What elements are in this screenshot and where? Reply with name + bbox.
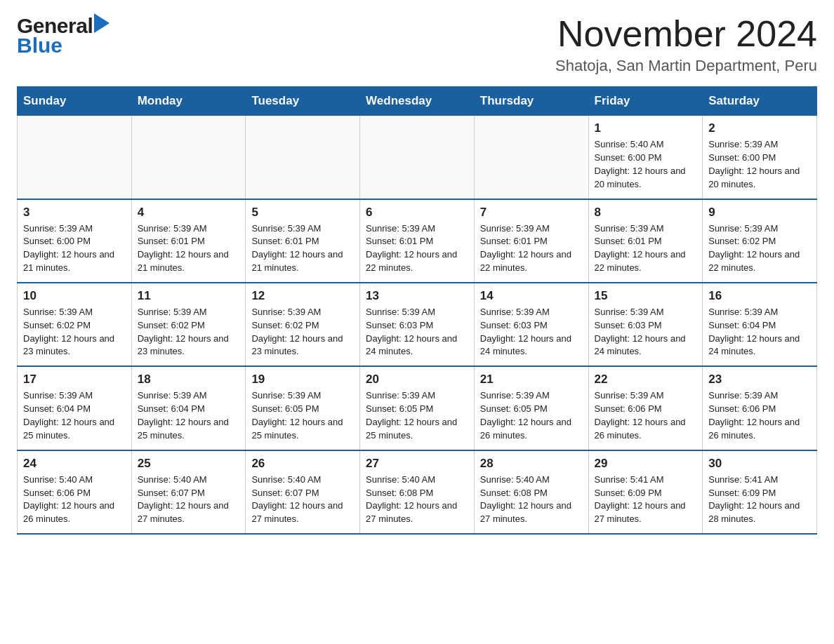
- calendar-week-row: 1Sunrise: 5:40 AMSunset: 6:00 PMDaylight…: [18, 116, 817, 199]
- day-number: 27: [366, 457, 468, 471]
- logo: General Blue: [17, 14, 110, 56]
- day-sun-info: Sunrise: 5:39 AMSunset: 6:05 PMDaylight:…: [251, 389, 354, 442]
- calendar-cell: 17Sunrise: 5:39 AMSunset: 6:04 PMDayligh…: [18, 366, 132, 450]
- day-sun-info: Sunrise: 5:39 AMSunset: 6:04 PMDaylight:…: [23, 389, 126, 442]
- month-title: November 2024: [555, 14, 817, 54]
- day-sun-info: Sunrise: 5:39 AMSunset: 6:05 PMDaylight:…: [480, 389, 583, 442]
- day-number: 22: [595, 373, 697, 387]
- day-number: 28: [480, 457, 583, 471]
- calendar-cell: 20Sunrise: 5:39 AMSunset: 6:05 PMDayligh…: [360, 366, 475, 450]
- calendar-cell: 14Sunrise: 5:39 AMSunset: 6:03 PMDayligh…: [474, 283, 588, 366]
- day-number: 25: [138, 457, 240, 471]
- location-subtitle: Shatoja, San Martin Department, Peru: [555, 57, 817, 75]
- day-sun-info: Sunrise: 5:39 AMSunset: 6:00 PMDaylight:…: [23, 222, 126, 275]
- calendar-cell: 5Sunrise: 5:39 AMSunset: 6:01 PMDaylight…: [246, 199, 360, 283]
- day-sun-info: Sunrise: 5:40 AMSunset: 6:08 PMDaylight:…: [480, 474, 583, 526]
- calendar-week-row: 10Sunrise: 5:39 AMSunset: 6:02 PMDayligh…: [18, 283, 817, 366]
- calendar-week-row: 17Sunrise: 5:39 AMSunset: 6:04 PMDayligh…: [18, 366, 817, 450]
- day-sun-info: Sunrise: 5:40 AMSunset: 6:07 PMDaylight:…: [251, 474, 354, 526]
- day-sun-info: Sunrise: 5:39 AMSunset: 6:02 PMDaylight:…: [251, 306, 354, 358]
- day-sun-info: Sunrise: 5:39 AMSunset: 6:03 PMDaylight:…: [480, 306, 583, 358]
- calendar-table: SundayMondayTuesdayWednesdayThursdayFrid…: [17, 86, 817, 535]
- day-sun-info: Sunrise: 5:40 AMSunset: 6:00 PMDaylight:…: [595, 138, 697, 191]
- calendar-cell: 21Sunrise: 5:39 AMSunset: 6:05 PMDayligh…: [474, 366, 588, 450]
- day-number: 15: [595, 289, 697, 303]
- day-number: 24: [23, 457, 126, 471]
- day-sun-info: Sunrise: 5:39 AMSunset: 6:03 PMDaylight:…: [595, 306, 697, 358]
- day-sun-info: Sunrise: 5:39 AMSunset: 6:03 PMDaylight:…: [366, 306, 468, 358]
- day-sun-info: Sunrise: 5:39 AMSunset: 6:00 PMDaylight:…: [708, 138, 811, 191]
- day-number: 8: [595, 206, 697, 220]
- day-sun-info: Sunrise: 5:39 AMSunset: 6:01 PMDaylight:…: [251, 222, 354, 275]
- weekday-header-thursday: Thursday: [474, 87, 588, 116]
- calendar-cell: [18, 116, 132, 199]
- svg-marker-0: [94, 13, 110, 33]
- day-number: 16: [708, 289, 811, 303]
- day-sun-info: Sunrise: 5:39 AMSunset: 6:02 PMDaylight:…: [138, 306, 240, 358]
- calendar-cell: 7Sunrise: 5:39 AMSunset: 6:01 PMDaylight…: [474, 199, 588, 283]
- weekday-header-tuesday: Tuesday: [246, 87, 360, 116]
- calendar-cell: 29Sunrise: 5:41 AMSunset: 6:09 PMDayligh…: [588, 450, 703, 534]
- day-sun-info: Sunrise: 5:39 AMSunset: 6:06 PMDaylight:…: [708, 389, 811, 442]
- day-number: 9: [708, 206, 811, 220]
- calendar-week-row: 24Sunrise: 5:40 AMSunset: 6:06 PMDayligh…: [18, 450, 817, 534]
- calendar-cell: 12Sunrise: 5:39 AMSunset: 6:02 PMDayligh…: [246, 283, 360, 366]
- calendar-cell: 22Sunrise: 5:39 AMSunset: 6:06 PMDayligh…: [588, 366, 703, 450]
- day-number: 20: [366, 373, 468, 387]
- calendar-cell: 16Sunrise: 5:39 AMSunset: 6:04 PMDayligh…: [703, 283, 817, 366]
- calendar-cell: 9Sunrise: 5:39 AMSunset: 6:02 PMDaylight…: [703, 199, 817, 283]
- calendar-cell: 15Sunrise: 5:39 AMSunset: 6:03 PMDayligh…: [588, 283, 703, 366]
- day-number: 6: [366, 206, 468, 220]
- calendar-cell: [131, 116, 246, 199]
- day-number: 18: [138, 373, 240, 387]
- day-sun-info: Sunrise: 5:40 AMSunset: 6:08 PMDaylight:…: [366, 474, 468, 526]
- weekday-header-monday: Monday: [131, 87, 246, 116]
- calendar-cell: 4Sunrise: 5:39 AMSunset: 6:01 PMDaylight…: [131, 199, 246, 283]
- calendar-cell: 23Sunrise: 5:39 AMSunset: 6:06 PMDayligh…: [703, 366, 817, 450]
- calendar-cell: [360, 116, 475, 199]
- day-number: 1: [595, 121, 697, 135]
- logo-blue-text: Blue: [17, 35, 62, 56]
- calendar-cell: 28Sunrise: 5:40 AMSunset: 6:08 PMDayligh…: [474, 450, 588, 534]
- calendar-cell: 10Sunrise: 5:39 AMSunset: 6:02 PMDayligh…: [18, 283, 132, 366]
- day-number: 19: [251, 373, 354, 387]
- day-number: 5: [251, 206, 354, 220]
- logo-arrow-icon: [94, 13, 110, 33]
- weekday-header-wednesday: Wednesday: [360, 87, 475, 116]
- day-number: 12: [251, 289, 354, 303]
- calendar-cell: 1Sunrise: 5:40 AMSunset: 6:00 PMDaylight…: [588, 116, 703, 199]
- day-number: 30: [708, 457, 811, 471]
- day-sun-info: Sunrise: 5:39 AMSunset: 6:04 PMDaylight:…: [138, 389, 240, 442]
- calendar-header-row: SundayMondayTuesdayWednesdayThursdayFrid…: [18, 87, 817, 116]
- calendar-cell: 26Sunrise: 5:40 AMSunset: 6:07 PMDayligh…: [246, 450, 360, 534]
- calendar-cell: 27Sunrise: 5:40 AMSunset: 6:08 PMDayligh…: [360, 450, 475, 534]
- title-section: November 2024 Shatoja, San Martin Depart…: [555, 14, 817, 75]
- calendar-cell: 2Sunrise: 5:39 AMSunset: 6:00 PMDaylight…: [703, 116, 817, 199]
- calendar-cell: [474, 116, 588, 199]
- day-number: 14: [480, 289, 583, 303]
- day-number: 11: [138, 289, 240, 303]
- day-number: 4: [138, 206, 240, 220]
- day-sun-info: Sunrise: 5:41 AMSunset: 6:09 PMDaylight:…: [595, 474, 697, 526]
- day-sun-info: Sunrise: 5:39 AMSunset: 6:05 PMDaylight:…: [366, 389, 468, 442]
- calendar-cell: 25Sunrise: 5:40 AMSunset: 6:07 PMDayligh…: [131, 450, 246, 534]
- calendar-cell: 3Sunrise: 5:39 AMSunset: 6:00 PMDaylight…: [18, 199, 132, 283]
- calendar-cell: 11Sunrise: 5:39 AMSunset: 6:02 PMDayligh…: [131, 283, 246, 366]
- day-number: 13: [366, 289, 468, 303]
- day-sun-info: Sunrise: 5:39 AMSunset: 6:01 PMDaylight:…: [480, 222, 583, 275]
- day-sun-info: Sunrise: 5:39 AMSunset: 6:02 PMDaylight:…: [23, 306, 126, 358]
- calendar-cell: 30Sunrise: 5:41 AMSunset: 6:09 PMDayligh…: [703, 450, 817, 534]
- day-number: 2: [708, 121, 811, 135]
- calendar-cell: 18Sunrise: 5:39 AMSunset: 6:04 PMDayligh…: [131, 366, 246, 450]
- calendar-cell: 13Sunrise: 5:39 AMSunset: 6:03 PMDayligh…: [360, 283, 475, 366]
- day-number: 17: [23, 373, 126, 387]
- day-number: 29: [595, 457, 697, 471]
- calendar-cell: 6Sunrise: 5:39 AMSunset: 6:01 PMDaylight…: [360, 199, 475, 283]
- day-sun-info: Sunrise: 5:39 AMSunset: 6:01 PMDaylight:…: [595, 222, 697, 275]
- weekday-header-sunday: Sunday: [18, 87, 132, 116]
- weekday-header-saturday: Saturday: [703, 87, 817, 116]
- day-sun-info: Sunrise: 5:39 AMSunset: 6:01 PMDaylight:…: [366, 222, 468, 275]
- weekday-header-friday: Friday: [588, 87, 703, 116]
- day-number: 7: [480, 206, 583, 220]
- day-number: 23: [708, 373, 811, 387]
